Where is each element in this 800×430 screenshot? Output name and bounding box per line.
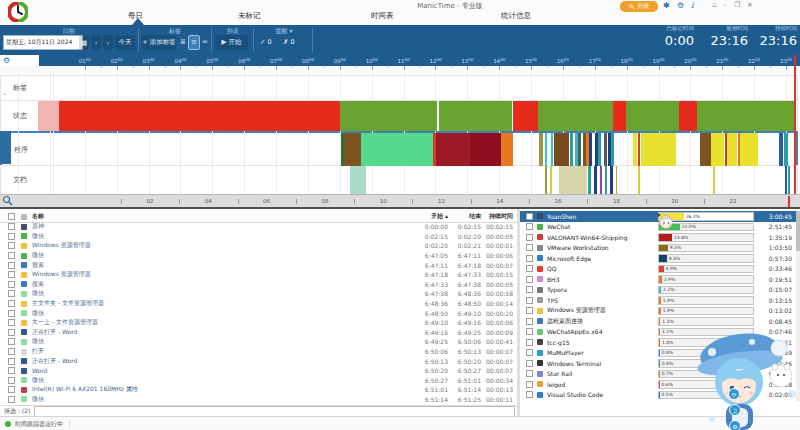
timeline-segment[interactable] xyxy=(626,101,679,131)
view-toggle-list-icon[interactable]: ≣ xyxy=(178,36,188,49)
track-tags[interactable]: 标签 xyxy=(0,75,798,101)
maximize-button[interactable]: ❐ xyxy=(734,1,740,9)
today-button[interactable]: 今天 xyxy=(115,35,135,50)
zoom-magnifier-icon[interactable] xyxy=(2,195,13,206)
table-row[interactable]: Windows 资源管理器6:47:186:47:3300:00:15 xyxy=(0,270,517,280)
timeline-segment[interactable] xyxy=(344,133,361,166)
table-row[interactable]: 微信6:47:386:48:3600:00:58 xyxy=(0,289,517,299)
table-row[interactable]: 微信6:50:276:51:0100:00:34 xyxy=(0,376,517,386)
timeline-segment[interactable] xyxy=(594,166,596,194)
row-checkbox[interactable] xyxy=(8,271,15,278)
row-checkbox[interactable] xyxy=(526,339,533,346)
calendar-icon[interactable]: ▦ xyxy=(79,35,89,50)
row-checkbox[interactable] xyxy=(8,300,15,307)
table-row[interactable]: 微信6:48:506:49:1000:00:20 xyxy=(0,308,517,318)
row-checkbox[interactable] xyxy=(526,265,533,272)
timeline-segment[interactable] xyxy=(679,101,697,131)
scrollbar[interactable] xyxy=(796,211,800,401)
table-row[interactable]: 正在打开 - Word6:49:166:49:2500:00:09 xyxy=(0,328,517,338)
timeline-segment[interactable] xyxy=(616,166,618,194)
prev-day-button[interactable]: ‹ xyxy=(91,35,101,50)
view-toggle-minimal-icon[interactable]: = xyxy=(200,36,210,49)
timeline-segment[interactable] xyxy=(638,166,640,194)
timeline-segment[interactable] xyxy=(583,133,585,166)
timeline-segment[interactable] xyxy=(697,101,793,131)
row-checkbox[interactable] xyxy=(8,319,15,326)
row-checkbox[interactable] xyxy=(526,223,533,230)
timeline-overview[interactable]: 0204060810121416182022 xyxy=(0,194,800,207)
timeline-segment[interactable] xyxy=(539,133,543,166)
view-toggle-compact-icon[interactable]: ≡ xyxy=(189,36,199,49)
row-checkbox[interactable] xyxy=(8,377,15,384)
row-checkbox[interactable] xyxy=(8,358,15,365)
app-summary-row[interactable]: BH32.9%0:19:51 xyxy=(520,274,796,285)
app-summary-row[interactable]: WeChatAppEx.x641.1%0:07:46 xyxy=(520,327,796,338)
row-checkbox[interactable] xyxy=(526,244,533,251)
row-checkbox[interactable] xyxy=(526,234,533,241)
chevron-down-icon[interactable]: ⌄ xyxy=(2,89,7,96)
row-checkbox[interactable] xyxy=(8,242,15,249)
row-checkbox[interactable] xyxy=(8,233,15,240)
row-checkbox[interactable] xyxy=(526,318,533,325)
row-checkbox[interactable] xyxy=(526,370,533,377)
timeline-segment[interactable] xyxy=(513,101,538,131)
row-checkbox[interactable] xyxy=(526,255,533,262)
pin-window-button[interactable]: ▫ xyxy=(712,1,717,9)
app-summary-row[interactable]: MuMuPlayer0.8%0:02:59 xyxy=(520,348,796,359)
table-row[interactable]: 微信0:02:150:02:2000:00:05 xyxy=(0,232,517,242)
app-summary-row[interactable]: WeChat22.0%2:51:45 xyxy=(520,222,796,233)
track-applications[interactable]: 程序 xyxy=(0,131,798,168)
timeline-segment[interactable] xyxy=(608,133,611,166)
table-row[interactable]: Word6:50:206:50:2700:00:07 xyxy=(0,366,517,376)
row-checkbox[interactable] xyxy=(8,252,15,259)
table-row[interactable]: 正在打开 - Word6:50:136:50:2000:00:07 xyxy=(0,356,517,366)
row-checkbox[interactable] xyxy=(526,349,533,356)
name-column-header[interactable]: 名称 xyxy=(32,212,412,221)
upgrade-button[interactable]: 升级 xyxy=(620,1,658,12)
timeline-segment[interactable] xyxy=(613,101,626,131)
row-checkbox[interactable] xyxy=(526,381,533,388)
timeline-segment[interactable] xyxy=(559,166,587,194)
app-summary-row[interactable]: VALORANT-Win64-Shipping13.8%1:35:19 xyxy=(520,232,796,243)
row-checkbox[interactable] xyxy=(8,367,15,374)
timeline-segment[interactable] xyxy=(605,166,607,194)
timeline-segment[interactable] xyxy=(784,133,788,166)
row-checkbox[interactable] xyxy=(8,329,15,336)
pet-refresh-button[interactable]: ⟳ xyxy=(728,388,740,400)
timeline-settings-gear-icon[interactable]: ⚙ xyxy=(0,55,39,66)
row-checkbox[interactable] xyxy=(526,360,533,367)
pet-music-button[interactable]: ♫ xyxy=(729,404,741,416)
timeline-segment[interactable] xyxy=(779,133,784,166)
table-row[interactable]: 大一上 - 文件资源管理器6:49:106:49:1600:00:06 xyxy=(0,318,517,328)
row-checkbox[interactable] xyxy=(8,348,15,355)
row-checkbox[interactable] xyxy=(526,328,533,335)
timeline-segment[interactable] xyxy=(645,133,676,166)
timeline-segment[interactable] xyxy=(598,133,601,166)
row-checkbox[interactable] xyxy=(8,262,15,269)
row-checkbox[interactable] xyxy=(526,213,533,220)
app-summary-row[interactable]: YuanShen26.2%3:00:45 xyxy=(520,211,796,222)
app-summary-row[interactable]: Windows Terminal0.8%0:02:46 xyxy=(520,358,796,369)
timeline-segment[interactable] xyxy=(38,101,59,131)
row-checkbox[interactable] xyxy=(8,290,15,297)
timeline-segment[interactable] xyxy=(59,101,340,131)
stopwatch-start-button[interactable]: ▶ 开始 xyxy=(215,35,248,50)
timeline-segment[interactable] xyxy=(611,133,613,166)
track-status[interactable]: 状态 xyxy=(0,100,798,132)
duration-column-header[interactable]: 持续时间 xyxy=(481,212,513,221)
row-checkbox[interactable] xyxy=(8,281,15,288)
timeline-segment[interactable] xyxy=(350,166,366,194)
timeline-segment[interactable] xyxy=(727,133,737,166)
table-row[interactable]: 打开6:50:066:50:1300:00:07 xyxy=(0,347,517,357)
timeline-segment[interactable] xyxy=(550,166,552,194)
row-checkbox[interactable] xyxy=(8,223,15,230)
timeline-segment[interactable] xyxy=(436,133,469,166)
timeline-segment[interactable] xyxy=(439,101,513,131)
row-checkbox[interactable] xyxy=(526,286,533,293)
table-row[interactable]: 微信6:47:056:47:1100:00:06 xyxy=(0,251,517,261)
timeline-segment[interactable] xyxy=(501,133,512,166)
app-summary-row[interactable]: Windows 资源管理器1.9%0:13:02 xyxy=(520,306,796,317)
timeline-segment[interactable] xyxy=(470,133,502,166)
row-checkbox[interactable] xyxy=(526,391,533,398)
end-column-header[interactable]: 结束 xyxy=(448,212,481,221)
